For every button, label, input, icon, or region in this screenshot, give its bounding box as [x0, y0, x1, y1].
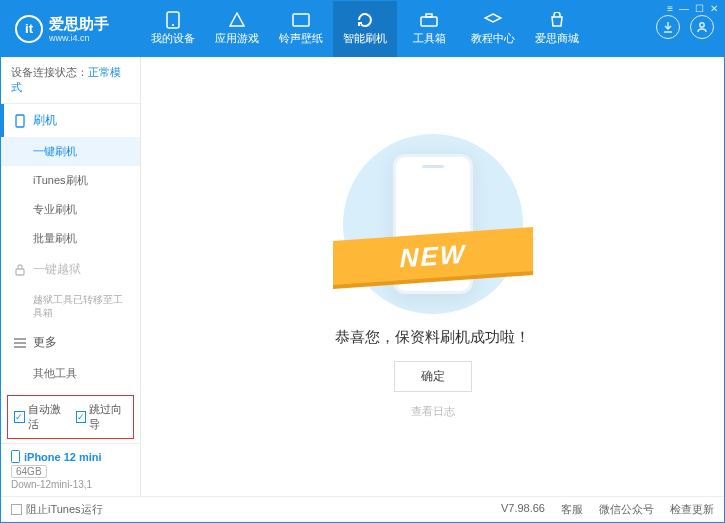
sidebar: 设备连接状态：正常模式 刷机 一键刷机 iTunes刷机 专业刷机 批量刷机 一… — [1, 57, 141, 496]
refresh-icon — [355, 12, 375, 28]
nav-shop[interactable]: 爱思商城 — [525, 1, 589, 57]
nav-ringtone[interactable]: 铃声壁纸 — [269, 1, 333, 57]
status-footer: 阻止iTunes运行 V7.98.66 客服 微信公众号 检查更新 — [1, 496, 724, 522]
close-icon[interactable]: ✕ — [710, 3, 718, 14]
phone-outline-icon — [13, 114, 27, 128]
apps-icon — [227, 12, 247, 28]
nav-tutorial[interactable]: 教程中心 — [461, 1, 525, 57]
brand-name: 爱思助手 — [49, 15, 109, 33]
phone-small-icon — [11, 450, 20, 463]
svg-rect-2 — [293, 14, 309, 26]
wallpaper-icon — [291, 12, 311, 28]
menu-icon[interactable]: ≡ — [667, 3, 673, 14]
device-status: 设备连接状态：正常模式 — [1, 57, 140, 104]
app-header: ≡ — ☐ ✕ it 爱思助手 www.i4.cn 我的设备 应用游戏 铃声壁纸 — [1, 1, 724, 57]
sidebar-item-other-tools[interactable]: 其他工具 — [1, 359, 140, 388]
svg-rect-4 — [426, 14, 432, 17]
sidebar-group-jailbreak[interactable]: 一键越狱 — [1, 253, 140, 286]
check-icon: ✓ — [76, 411, 87, 423]
checkbox-auto-activate[interactable]: ✓ 自动激活 — [14, 402, 66, 432]
menu-lines-icon — [13, 338, 27, 348]
jailbreak-note: 越狱工具已转移至工具箱 — [1, 286, 140, 326]
svg-rect-7 — [16, 269, 24, 275]
sidebar-group-more[interactable]: 更多 — [1, 326, 140, 359]
version-label: V7.98.66 — [501, 502, 545, 517]
sidebar-group-flash[interactable]: 刷机 — [1, 104, 140, 137]
svg-rect-3 — [421, 17, 437, 26]
svg-point-5 — [700, 23, 704, 27]
brand-url: www.i4.cn — [49, 33, 109, 44]
svg-rect-8 — [12, 451, 20, 463]
sidebar-item-pro-flash[interactable]: 专业刷机 — [1, 195, 140, 224]
check-icon: ✓ — [14, 411, 25, 423]
ok-button[interactable]: 确定 — [394, 361, 472, 392]
sidebar-item-download-firmware[interactable]: 下载固件 — [1, 388, 140, 391]
download-icon[interactable] — [656, 15, 680, 39]
toolbox-icon — [419, 12, 439, 28]
sidebar-item-batch-flash[interactable]: 批量刷机 — [1, 224, 140, 253]
main-content: NEW 恭喜您，保资料刷机成功啦！ 确定 查看日志 — [141, 57, 724, 496]
nav-toolbox[interactable]: 工具箱 — [397, 1, 461, 57]
tutorial-icon — [483, 12, 503, 28]
footer-wechat[interactable]: 微信公众号 — [599, 502, 654, 517]
lock-icon — [13, 264, 27, 276]
options-highlight: ✓ 自动激活 ✓ 跳过向导 — [7, 395, 134, 439]
sidebar-item-itunes-flash[interactable]: iTunes刷机 — [1, 166, 140, 195]
svg-rect-6 — [16, 115, 24, 127]
minimize-icon[interactable]: — — [679, 3, 689, 14]
main-nav: 我的设备 应用游戏 铃声壁纸 智能刷机 工具箱 教程中心 — [141, 1, 589, 57]
view-log-link[interactable]: 查看日志 — [411, 404, 455, 419]
header-actions — [656, 15, 714, 39]
brand-area: it 爱思助手 www.i4.cn — [1, 15, 141, 44]
storage-badge: 64GB — [11, 465, 47, 478]
connected-device[interactable]: iPhone 12 mini 64GB Down-12mini-13,1 — [1, 443, 140, 496]
phone-icon — [163, 12, 183, 28]
footer-update[interactable]: 检查更新 — [670, 502, 714, 517]
nav-my-device[interactable]: 我的设备 — [141, 1, 205, 57]
checkbox-block-itunes[interactable] — [11, 504, 22, 515]
footer-service[interactable]: 客服 — [561, 502, 583, 517]
window-controls: ≡ — ☐ ✕ — [667, 3, 718, 14]
device-model: Down-12mini-13,1 — [11, 479, 130, 490]
maximize-icon[interactable]: ☐ — [695, 3, 704, 14]
svg-point-1 — [172, 24, 174, 26]
success-illustration: NEW — [343, 134, 523, 314]
shop-icon — [547, 12, 567, 28]
nav-smart-flash[interactable]: 智能刷机 — [333, 1, 397, 57]
logo-icon: it — [15, 15, 43, 43]
success-message: 恭喜您，保资料刷机成功啦！ — [335, 328, 530, 347]
checkbox-skip-guide[interactable]: ✓ 跳过向导 — [76, 402, 128, 432]
user-icon[interactable] — [690, 15, 714, 39]
nav-apps[interactable]: 应用游戏 — [205, 1, 269, 57]
sidebar-item-oneclick-flash[interactable]: 一键刷机 — [1, 137, 140, 166]
